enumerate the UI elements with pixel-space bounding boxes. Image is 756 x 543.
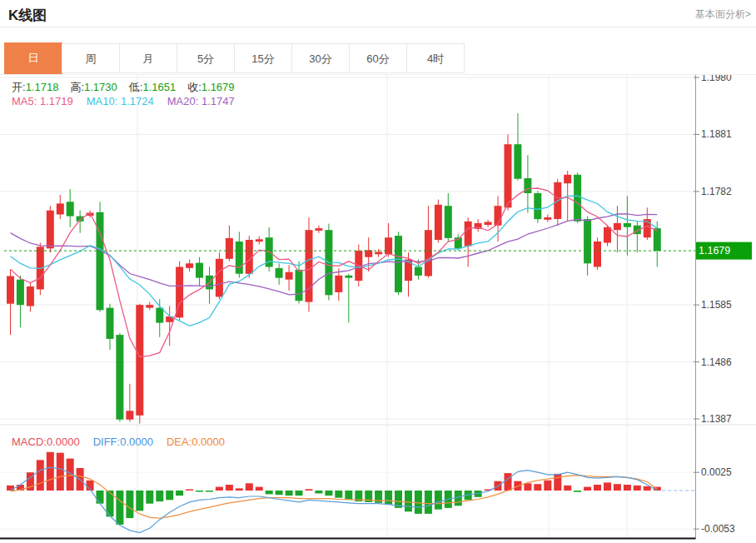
candle-body	[465, 222, 472, 247]
candle-body	[534, 193, 541, 219]
candle-body	[57, 203, 64, 214]
macd-bar	[266, 491, 273, 494]
candle-body	[445, 206, 452, 238]
macd-bar	[256, 487, 263, 491]
macd-bar	[57, 453, 64, 491]
macd-bar	[634, 486, 641, 491]
ma10-value: 1.1724	[121, 95, 154, 107]
macd-bar	[564, 486, 571, 491]
open-label: 开:	[12, 81, 26, 93]
candle-body	[315, 228, 322, 231]
macd-bar	[644, 486, 651, 491]
page-title: K线图	[8, 6, 47, 25]
macd-bar	[236, 488, 243, 491]
macd-bar	[126, 491, 133, 518]
macd-value: 0.0000	[47, 436, 80, 448]
tab-60min[interactable]: 60分	[349, 43, 407, 73]
macd-bar	[385, 491, 392, 505]
macd-bar	[455, 491, 462, 506]
tab-4hour[interactable]: 4时	[406, 43, 465, 73]
candle-body	[435, 205, 442, 240]
macd-bar	[614, 484, 621, 491]
candle-body	[156, 308, 163, 323]
macd-bar	[206, 491, 213, 492]
candle-body	[7, 276, 14, 304]
candles	[7, 113, 661, 424]
macd-label: MACD:	[12, 436, 47, 448]
macd-readout: MACD:0.0000 DIFF:0.0000 DEA:0.0000	[12, 436, 225, 448]
candle-body	[614, 223, 621, 230]
candle-body	[495, 206, 502, 226]
price-tick-label: 1.1881	[701, 128, 732, 140]
macd-tick-label: -0.0053	[701, 523, 735, 535]
candle-body	[27, 286, 34, 306]
price-tick-label: 1.1782	[701, 186, 732, 197]
candle-body	[425, 230, 432, 276]
macd-bar	[594, 485, 601, 491]
ma-readout: MA5: 1.1719 MA10: 1.1724 MA20: 1.1747	[12, 95, 235, 107]
price-axis-labels: 1.19801.18811.17821.15851.14861.13870.00…	[694, 75, 735, 535]
tab-day[interactable]: 日	[4, 42, 62, 74]
tab-month[interactable]: 月	[119, 43, 177, 73]
macd-bar	[325, 491, 332, 496]
low-value: 1.1651	[142, 81, 176, 93]
macd-bar	[7, 486, 14, 491]
tab-30min[interactable]: 30分	[291, 43, 350, 73]
macd-bar	[505, 473, 512, 491]
macd-bar	[345, 491, 352, 500]
tab-15min[interactable]: 15分	[234, 43, 292, 73]
macd-bar	[335, 491, 342, 498]
macd-bar	[116, 491, 123, 525]
ohlc-readout: 开:1.1718 高:1.1730 低:1.1651 收:1.1679	[12, 80, 235, 95]
candle-body	[584, 219, 591, 263]
macd-bar	[435, 491, 442, 510]
macd-bar	[156, 491, 163, 501]
kline-chart[interactable]: 1.16791.19801.18811.17821.15851.14861.13…	[0, 75, 756, 543]
candle-body	[385, 237, 392, 254]
macd-bar	[216, 487, 223, 491]
macd-bar	[306, 489, 313, 491]
candle-body	[226, 238, 233, 259]
macd-bar	[584, 487, 591, 491]
macd-bar	[176, 491, 183, 496]
kline-panel: K线图 基本面分析> 日 周 月 5分 15分 30分 60分 4时 1.167…	[0, 0, 756, 543]
diff-label: DIFF:	[93, 436, 121, 448]
tab-week[interactable]: 周	[62, 43, 120, 73]
candle-body	[236, 242, 243, 274]
tab-5min[interactable]: 5分	[177, 43, 235, 73]
macd-bar	[624, 485, 631, 491]
candle-body	[604, 227, 611, 243]
macd-bar	[186, 490, 193, 491]
candle-body	[67, 202, 74, 216]
candle-body	[335, 276, 342, 292]
candle-body	[17, 280, 24, 305]
candle-body	[286, 272, 293, 280]
macd-bar	[415, 491, 422, 514]
candle-body	[514, 144, 521, 179]
candle-body	[485, 222, 492, 226]
price-tick-label: 1.1585	[701, 299, 732, 311]
macd-bar	[405, 491, 412, 511]
ma5-label: MA5:	[12, 95, 37, 107]
macd-bar	[604, 482, 611, 491]
candle-body	[624, 223, 631, 227]
candle-body	[126, 411, 133, 419]
candle-body	[574, 175, 581, 222]
macd-bar	[166, 491, 173, 500]
candle-body	[654, 228, 661, 251]
panel-header: K线图 基本面分析>	[0, 0, 756, 27]
candle-body	[365, 250, 372, 257]
candle-body	[256, 239, 263, 242]
candle-body	[296, 270, 303, 301]
macd-bar	[554, 474, 561, 491]
candle-body	[116, 335, 123, 420]
candle-body	[146, 305, 153, 308]
macd-tick-label: 0.0025	[701, 466, 732, 478]
candle-body	[345, 276, 352, 278]
macd-bar	[47, 452, 54, 491]
fundamental-analysis-link[interactable]: 基本面分析>	[695, 7, 751, 22]
high-label: 高:	[70, 81, 84, 93]
macd-bar	[425, 491, 432, 514]
candle-body	[594, 242, 601, 267]
ma10-label: MA10:	[87, 95, 118, 107]
